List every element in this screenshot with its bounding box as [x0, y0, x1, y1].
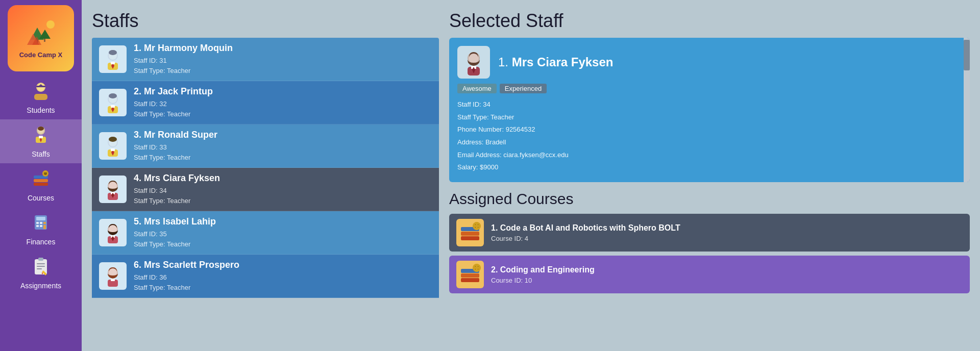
course-info-2: 2. Coding and Engineering Course ID: 10 — [491, 265, 595, 284]
staff-item-3[interactable]: 3. Mr Ronald Super Staff ID: 33 Staff Ty… — [92, 124, 439, 168]
selected-staff-avatar — [457, 46, 490, 79]
svg-rect-4 — [44, 39, 45, 42]
svg-rect-31 — [43, 225, 46, 229]
sidebar-item-finances[interactable]: + Finances — [0, 207, 82, 251]
assigned-courses-title: Assigned Courses — [449, 190, 970, 208]
course-item-1[interactable]: 1. Code a Bot AI and Robotics with Spher… — [449, 214, 970, 252]
sidebar-item-staffs[interactable]: Staffs — [0, 119, 82, 163]
staffs-panel: Staffs 1. Mr Harmony Moquin Staff — [92, 10, 439, 341]
selected-staff-number: 1. — [498, 55, 512, 69]
svg-rect-85 — [461, 273, 479, 278]
sidebar-label-assignments: Assignments — [20, 282, 61, 290]
staff-id-1: Staff ID: 31 — [134, 56, 432, 66]
staff-info-2: 2. Mr Jack Printup Staff ID: 32 Staff Ty… — [134, 86, 432, 119]
detail-salary: Salary: $9000 — [457, 161, 962, 174]
svg-rect-18 — [34, 183, 48, 186]
staff-id-4: Staff ID: 34 — [134, 186, 432, 196]
selected-staff-title: Selected Staff — [449, 10, 970, 32]
svg-rect-23 — [44, 170, 46, 172]
staff-list[interactable]: 1. Mr Harmony Moquin Staff ID: 31 Staff … — [92, 38, 439, 341]
detail-address: Address: Bradell — [457, 136, 962, 149]
course-avatar-1 — [456, 219, 484, 246]
tag-experienced: Experienced — [500, 84, 547, 93]
logo-graphic — [23, 18, 59, 49]
sidebar-label-courses: Courses — [28, 194, 54, 202]
staff-id-2: Staff ID: 32 — [134, 99, 432, 109]
sidebar-label-finances: Finances — [27, 238, 56, 246]
svg-point-48 — [109, 93, 117, 98]
detail-staff-type: Staff Type: Teacher — [457, 111, 962, 124]
card-scrollbar[interactable] — [964, 38, 970, 182]
staff-type-6: Staff Type: Teacher — [134, 283, 432, 293]
selected-staff-section: Selected Staff — [449, 10, 970, 182]
staff-item-5[interactable]: 5. Mrs Isabel Lahip Staff ID: 35 Staff T… — [92, 211, 439, 255]
staff-info-1: 1. Mr Harmony Moquin Staff ID: 31 Staff … — [134, 43, 432, 76]
svg-rect-35 — [37, 263, 45, 264]
staff-avatar-5 — [99, 219, 127, 246]
svg-rect-57 — [111, 148, 115, 151]
logo-text: Code Camp X — [19, 51, 63, 59]
staff-type-5: Staff Type: Teacher — [134, 239, 432, 249]
sidebar-item-assignments[interactable]: Assignments — [0, 251, 82, 295]
svg-marker-3 — [39, 30, 51, 39]
sidebar-item-students[interactable]: Students — [0, 76, 82, 119]
staff-avatar-1 — [99, 45, 127, 73]
svg-text:+: + — [46, 212, 50, 214]
staff-item-1[interactable]: 1. Mr Harmony Moquin Staff ID: 31 Staff … — [92, 38, 439, 81]
staffs-title: Staffs — [92, 10, 439, 32]
selected-staff-details: Staff ID: 34 Staff Type: Teacher Phone N… — [457, 98, 962, 174]
assignments-icon — [31, 256, 51, 280]
sidebar: Code Camp X Students — [0, 0, 82, 351]
staff-id-3: Staff ID: 33 — [134, 142, 432, 153]
sidebar-label-students: Students — [27, 106, 55, 114]
right-panel: Selected Staff — [449, 10, 970, 341]
svg-rect-84 — [461, 278, 479, 282]
svg-point-14 — [38, 127, 44, 131]
course-avatar-2 — [456, 261, 484, 288]
staff-item-6[interactable]: 6. Mrs Scarlett Prospero Staff ID: 36 St… — [92, 255, 439, 298]
sidebar-item-courses[interactable]: Courses — [0, 163, 82, 207]
staff-item-4[interactable]: 4. Mrs Ciara Fyksen Staff ID: 34 Staff T… — [92, 168, 439, 211]
staff-type-3: Staff Type: Teacher — [134, 153, 432, 163]
staff-info-6: 6. Mrs Scarlett Prospero Staff ID: 36 St… — [134, 260, 432, 292]
app-logo[interactable]: Code Camp X — [8, 5, 74, 71]
svg-rect-28 — [43, 222, 46, 224]
course-name-1: 1. Code a Bot AI and Robotics with Spher… — [491, 223, 680, 233]
staff-type-1: Staff Type: Teacher — [134, 66, 432, 76]
courses-icon — [31, 168, 51, 192]
svg-rect-83 — [473, 225, 481, 227]
staff-info-4: 4. Mrs Ciara Fyksen Staff ID: 34 Staff T… — [134, 173, 432, 206]
staff-item-2[interactable]: 2. Mr Jack Printup Staff ID: 32 Staff Ty… — [92, 81, 439, 124]
svg-rect-25 — [36, 217, 45, 220]
svg-point-0 — [46, 20, 55, 29]
staff-name-4: 4. Mrs Ciara Fyksen — [134, 173, 432, 184]
sidebar-label-staffs: Staffs — [32, 150, 50, 158]
assigned-courses-section: Assigned Courses — [449, 190, 970, 341]
svg-rect-71 — [111, 279, 115, 281]
detail-phone: Phone Number: 92564532 — [457, 123, 962, 136]
svg-rect-90 — [473, 267, 481, 269]
staffs-icon — [31, 124, 51, 148]
course-name-2: 2. Coding and Engineering — [491, 265, 595, 274]
course-id-2: Course ID: 10 — [491, 277, 595, 284]
staff-name-2: 2. Mr Jack Printup — [134, 86, 432, 97]
svg-rect-8 — [34, 94, 47, 100]
detail-email: Email Address: ciara.fyksen@ccx.edu — [457, 149, 962, 162]
staff-name-3: 3. Mr Ronald Super — [134, 130, 432, 140]
card-scrollbar-thumb — [964, 40, 970, 70]
staff-avatar-6 — [99, 262, 127, 290]
staff-id-6: Staff ID: 36 — [134, 272, 432, 283]
svg-rect-51 — [111, 105, 115, 108]
svg-rect-34 — [38, 258, 43, 261]
course-item-2[interactable]: 2. Coding and Engineering Course ID: 10 — [449, 256, 970, 293]
selected-staff-name-container: 1. Mrs Ciara Fyksen — [498, 55, 613, 69]
svg-rect-26 — [36, 222, 39, 224]
svg-rect-19 — [34, 179, 48, 182]
svg-rect-45 — [111, 62, 115, 64]
svg-rect-17 — [39, 136, 43, 138]
staff-type-4: Staff Type: Teacher — [134, 196, 432, 206]
detail-staff-id: Staff ID: 34 — [457, 98, 962, 111]
tag-awesome: Awesome — [457, 84, 497, 93]
staff-name-6: 6. Mrs Scarlett Prospero — [134, 260, 432, 270]
staff-id-5: Staff ID: 35 — [134, 229, 432, 239]
